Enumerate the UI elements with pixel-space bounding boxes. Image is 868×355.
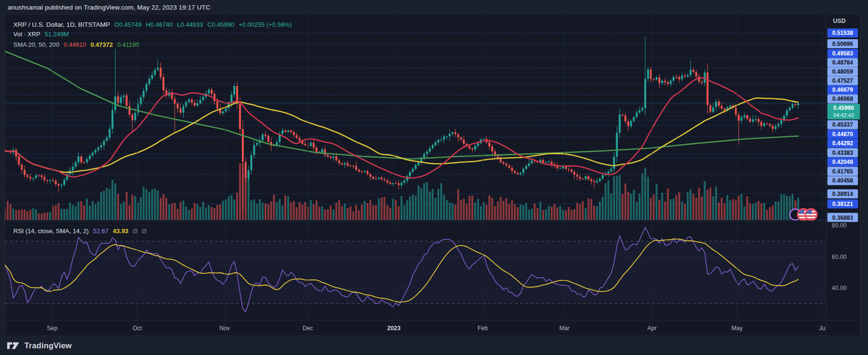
sma-legend-row[interactable]: SMA 20, 50, 200 0.44610 0.47372 0.41190 (13, 41, 139, 48)
svg-text:80.00: 80.00 (832, 222, 846, 229)
rsi-ma-value: 43.93 (113, 227, 129, 235)
svg-text:04:42:43: 04:42:43 (834, 112, 854, 118)
svg-text:0.49583: 0.49583 (832, 50, 853, 57)
volume-value: 51.249M (44, 31, 69, 38)
svg-text:Mar: Mar (559, 325, 570, 332)
symbol-legend-row[interactable]: XRP / U.S. Dollar, 1D, BITSTAMP O0.45749… (13, 21, 292, 28)
change-value: +0.00255 (+0.56%) (239, 21, 292, 28)
ohlc-open: O0.45749 (114, 21, 141, 28)
svg-text:0.38121: 0.38121 (832, 201, 853, 207)
svg-text:0.51538: 0.51538 (832, 30, 853, 36)
svg-text:2023: 2023 (387, 325, 401, 332)
svg-text:Feb: Feb (477, 325, 488, 332)
event-icon-us-flag[interactable] (805, 209, 817, 220)
sma-label: SMA 20, 50, 200 (13, 41, 59, 48)
svg-text:0.41765: 0.41765 (832, 168, 853, 175)
svg-text:Apr: Apr (647, 325, 656, 332)
rsi-value: 52.67 (93, 227, 109, 235)
price-level-chip: 0.41765 (827, 167, 858, 176)
ohlc-close: C0.45990 (207, 21, 234, 28)
price-level-chip: 0.48784 (827, 58, 858, 67)
svg-text:Oct: Oct (132, 325, 142, 332)
price-level-chip: 0.46679 (827, 85, 858, 94)
svg-text:0.44670: 0.44670 (832, 131, 853, 138)
current-price-chip: 0.4599004:42:43 (827, 104, 860, 119)
price-level-chip: 0.42048 (827, 157, 858, 166)
price-level-chip: 0.38121 (827, 199, 858, 208)
price-level-chip: 0.36883 (827, 213, 858, 222)
volume-label: Vol · XRP (13, 31, 40, 38)
price-level-chip: 0.40458 (827, 176, 858, 185)
price-level-chip: 0.50696 (827, 39, 858, 48)
volume-legend-row[interactable]: Vol · XRP 51.249M (13, 31, 69, 38)
rsi-label: RSI (14, close, SMA, 14, 2) (13, 227, 89, 235)
price-level-chip: 0.38914 (827, 189, 858, 198)
svg-text:Nov: Nov (219, 325, 230, 332)
price-level-chip: 0.44670 (827, 129, 858, 139)
svg-text:60.00: 60.00 (832, 254, 846, 260)
svg-text:0.48059: 0.48059 (832, 68, 853, 75)
price-level-chip: 0.49583 (827, 49, 858, 58)
footer-bar: TradingView (0, 336, 868, 355)
svg-text:40.00: 40.00 (832, 285, 846, 291)
price-level-chip: 0.47527 (827, 76, 858, 85)
svg-text:May: May (731, 325, 743, 332)
sma20-value: 0.44610 (64, 41, 86, 48)
svg-text:0.45337: 0.45337 (832, 121, 853, 128)
price-level-chip: 0.45337 (827, 120, 858, 129)
svg-text:0.46068: 0.46068 (832, 96, 853, 102)
ohlc-low: L0.44933 (177, 21, 203, 28)
ohlc-high: H0.46740 (146, 21, 173, 28)
svg-text:0.38914: 0.38914 (832, 191, 853, 197)
svg-text:0.48784: 0.48784 (832, 59, 853, 66)
symbol-title: XRP / U.S. Dollar, 1D, BITSTAMP (13, 21, 110, 28)
price-level-chip: 0.46068 (827, 94, 858, 103)
price-level-chip: 0.48059 (827, 67, 858, 76)
svg-text:Ju: Ju (819, 325, 825, 332)
price-level-chip: 0.44292 (827, 139, 858, 148)
svg-text:USD: USD (833, 18, 846, 24)
svg-text:Sep: Sep (47, 325, 57, 332)
svg-text:0.42048: 0.42048 (832, 159, 853, 165)
tradingview-logo-icon[interactable] (7, 342, 20, 350)
tradingview-brand-text[interactable]: TradingView (24, 341, 72, 350)
svg-text:0.50696: 0.50696 (832, 41, 853, 47)
rsi-empty-value-2: Ø (142, 227, 147, 235)
attribution-text: anushsamal published on TradingView.com,… (8, 4, 210, 11)
price-level-chip: 0.51538 (827, 28, 858, 37)
svg-text:0.47527: 0.47527 (832, 77, 853, 84)
sma50-value: 0.47372 (90, 41, 113, 48)
price-level-chip: 0.43383 (827, 148, 858, 157)
svg-text:0.44292: 0.44292 (832, 140, 853, 147)
sma200-value: 0.41190 (117, 41, 139, 48)
rsi-legend-row[interactable]: RSI (14, close, SMA, 14, 2) 52.67 43.93 … (13, 227, 147, 235)
tradingview-published-chart: USD0.515380.506960.495830.487840.480590.… (0, 0, 868, 355)
svg-text:0.43383: 0.43383 (832, 150, 853, 156)
rsi-empty-value-1: Ø (133, 227, 138, 235)
svg-text:0.46679: 0.46679 (832, 86, 853, 93)
svg-text:0.36883: 0.36883 (832, 215, 853, 221)
svg-text:Dec: Dec (303, 325, 313, 332)
svg-text:0.45990: 0.45990 (833, 105, 854, 111)
chart-canvas[interactable]: USD0.515380.506960.495830.487840.480590.… (0, 0, 868, 355)
header-bar: anushsamal published on TradingView.com,… (0, 0, 868, 14)
svg-text:0.40458: 0.40458 (832, 177, 853, 184)
